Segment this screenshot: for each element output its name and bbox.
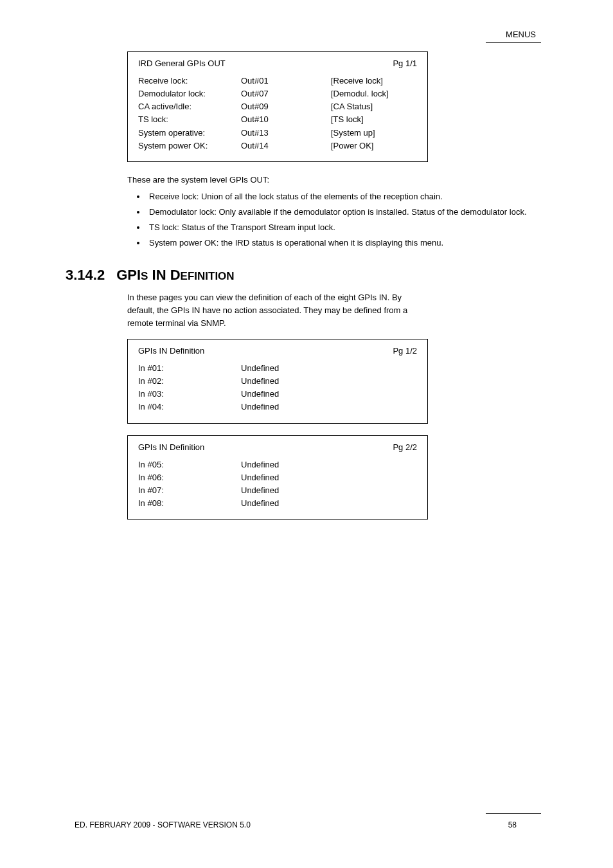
t3: IN D [148,267,180,283]
box2-row: In #02: Undefined [138,375,417,388]
footer-rule [486,813,541,814]
box1-row: Demodulator lock: Out#07 [Demodul. lock] [138,87,417,100]
box3-r3c2: Undefined [241,497,331,510]
box1-r4c3: [System up] [331,127,417,140]
section-number: 3.14.2 [66,267,105,284]
box1-r2c3: [CA Status] [331,100,417,113]
box2-row: In #01: Undefined [138,362,417,375]
box2-title-left: GPIs IN Definition [138,346,204,356]
box2-title-right: Pg 1/2 [393,346,417,356]
box3-title-right: Pg 2/2 [393,442,417,452]
box1-r2c1: CA active/Idle: [138,100,241,113]
box1-r5c2: Out#14 [241,140,331,152]
bullet-item: System power OK: the IRD status is opera… [147,237,549,249]
box1-r4c1: System operative: [138,127,241,140]
box1-r1c3: [Demodul. lock] [331,87,417,100]
box2-r0c1: In #01: [138,362,241,375]
bullet-item: Receive lock: Union of all the lock stat… [147,190,549,203]
box3-r1c2: Undefined [241,471,331,484]
box1-r1c2: Out#07 [241,87,331,100]
bullet-item: Demodulator lock: Only available if the … [147,206,549,219]
box1-r0c2: Out#01 [241,75,331,87]
t4: EFINITION [181,270,235,282]
bullet-list: Receive lock: Union of all the lock stat… [147,190,549,250]
box1-r1c1: Demodulator lock: [138,87,241,100]
box3-row: In #05: Undefined [138,458,417,471]
box1-r5c3: [Power OK] [331,140,417,152]
section-title: GPIS IN DEFINITION [116,267,234,284]
box1-r0c1: Receive lock: [138,75,241,87]
box2-r3c1: In #04: [138,401,241,413]
box3-r0c2: Undefined [241,458,331,471]
box1-row: CA active/Idle: Out#09 [CA Status] [138,100,417,113]
box2-r2c2: Undefined [241,388,331,401]
box1-row: Receive lock: Out#01 [Receive lock] [138,75,417,87]
box1-r3c2: Out#10 [241,113,331,126]
box2-row: In #03: Undefined [138,388,417,401]
box1-r5c1: System power OK: [138,140,241,152]
box2-header: GPIs IN Definition Pg 1/2 [138,346,417,356]
page-header: MENUS [506,30,536,39]
box-general-gpis-out: IRD General GPIs OUT Pg 1/1 Receive lock… [127,51,428,162]
box3-r1c1: In #06: [138,471,241,484]
box3-row: In #06: Undefined [138,471,417,484]
box1-r3c1: TS lock: [138,113,241,126]
box1-row: System operative: Out#13 [System up] [138,127,417,140]
box2-r0c2: Undefined [241,362,331,375]
box2-r2c1: In #03: [138,388,241,401]
box3-header: GPIs IN Definition Pg 2/2 [138,442,417,452]
section-heading: 3.14.2 GPIS IN DEFINITION [66,267,549,284]
box2-r1c2: Undefined [241,375,331,388]
page-content: IRD General GPIs OUT Pg 1/1 Receive lock… [76,51,549,520]
bullet-item: TS lock: Status of the Transport Stream … [147,221,549,234]
box3-row: In #07: Undefined [138,484,417,497]
box-gpis-in-1: GPIs IN Definition Pg 1/2 In #01: Undefi… [127,339,428,424]
box1-r4c2: Out#13 [241,127,331,140]
box1-title-right: Pg 1/1 [393,59,417,68]
box1-r0c3: [Receive lock] [331,75,417,87]
box-gpis-in-2: GPIs IN Definition Pg 2/2 In #05: Undefi… [127,435,428,520]
footer-right: 58 [508,820,517,829]
box3-r3c1: In #08: [138,497,241,510]
mid-text: These are the system level GPIs OUT: [127,174,549,186]
box2-row: In #04: Undefined [138,401,417,413]
box1-r3c3: [TS lock] [331,113,417,126]
header-rule [486,42,541,43]
box3-title-left: GPIs IN Definition [138,442,204,452]
box1-title-left: IRD General GPIs OUT [138,59,226,68]
box1-header: IRD General GPIs OUT Pg 1/1 [138,59,417,68]
box2-r1c1: In #02: [138,375,241,388]
box1-row: System power OK: Out#14 [Power OK] [138,140,417,152]
sub-text: In these pages you can view the definiti… [127,291,429,330]
footer-left: ED. FEBRUARY 2009 - SOFTWARE VERSION 5.0 [75,820,251,829]
box1-r2c2: Out#09 [241,100,331,113]
box1-row: TS lock: Out#10 [TS lock] [138,113,417,126]
t2: S [141,270,148,282]
box3-r2c1: In #07: [138,484,241,497]
box2-r3c2: Undefined [241,401,331,413]
box3-r2c2: Undefined [241,484,331,497]
box3-row: In #08: Undefined [138,497,417,510]
box3-r0c1: In #05: [138,458,241,471]
t1: GPI [116,267,141,283]
